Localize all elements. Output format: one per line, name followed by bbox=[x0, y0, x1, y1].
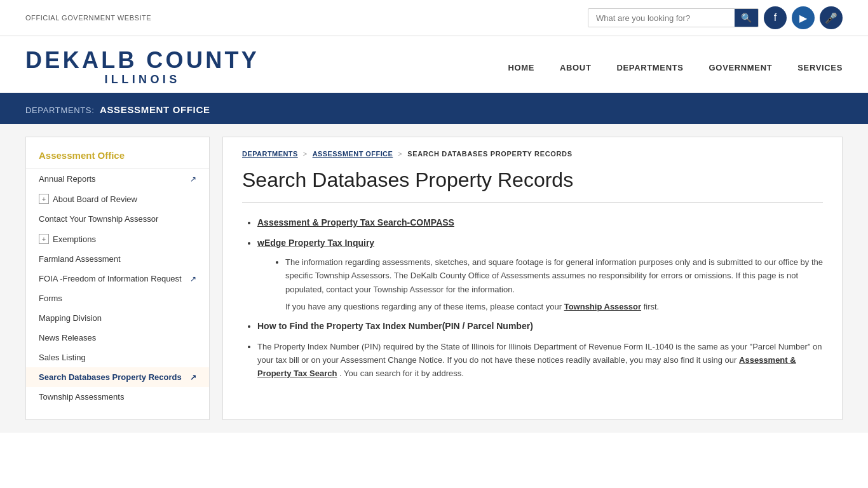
sidebar-item-forms[interactable]: Forms bbox=[26, 288, 209, 308]
nav-home[interactable]: HOME bbox=[508, 63, 534, 72]
nav-departments[interactable]: DEPARTMENTS bbox=[616, 63, 683, 72]
sidebar-item-label: FOIA -Freedom of Information Request bbox=[39, 274, 182, 283]
wedge-link-text: wEdge Property Tax Inquiry bbox=[257, 238, 374, 248]
sidebar-item-exemptions[interactable]: + Exemptions bbox=[26, 229, 209, 249]
sidebar-item-label: About Board of Review bbox=[53, 194, 137, 204]
breadcrumb-departments[interactable]: DEPARTMENTS bbox=[242, 150, 298, 158]
sidebar-item-township-assessments[interactable]: Township Assessments bbox=[26, 387, 209, 407]
top-bar: OFFICIAL GOVERNMENT WEBSITE 🔍 f ▶ 🎤 bbox=[0, 0, 868, 36]
external-link-icon: ↗ bbox=[190, 373, 196, 382]
dept-name: ASSESSMENT OFFICE bbox=[97, 104, 210, 115]
main-content: DEPARTMENTS > ASSESSMENT OFFICE > SEARCH… bbox=[222, 137, 843, 420]
breadcrumb: DEPARTMENTS > ASSESSMENT OFFICE > SEARCH… bbox=[242, 150, 823, 158]
breadcrumb-sep2: > bbox=[398, 150, 402, 158]
sidebar-item-label: Sales Listing bbox=[39, 353, 86, 362]
sidebar-item-label: Contact Your Township Assessor bbox=[39, 214, 158, 224]
compass-link[interactable]: Assessment & Property Tax Search-COMPASS bbox=[257, 217, 454, 227]
sidebar-item-label: Exemptions bbox=[53, 234, 96, 244]
pin-para: The Property Index Number (PIN) required… bbox=[257, 340, 823, 381]
sidebar-item-label: Annual Reports bbox=[39, 174, 96, 184]
sidebar-item-contact-assessor[interactable]: Contact Your Township Assessor bbox=[26, 209, 209, 229]
nav-services[interactable]: SERVICES bbox=[797, 63, 843, 72]
sidebar-item-label: News Releases bbox=[39, 333, 96, 342]
sidebar-title: Assessment Office bbox=[26, 150, 209, 169]
sidebar-item-mapping[interactable]: Mapping Division bbox=[26, 308, 209, 328]
sidebar: Assessment Office Annual Reports ↗ + Abo… bbox=[25, 137, 210, 420]
external-link-icon: ↗ bbox=[190, 274, 196, 283]
expand-icon: + bbox=[39, 234, 49, 244]
logo-dekalb: DEKALB COUNTY bbox=[25, 49, 259, 72]
search-button[interactable]: 🔍 bbox=[735, 9, 758, 27]
sidebar-item-board-of-review[interactable]: + About Board of Review bbox=[26, 189, 209, 209]
page-title: Search Databases Property Records bbox=[242, 168, 823, 203]
youtube-icon[interactable]: ▶ bbox=[792, 6, 815, 29]
sidebar-item-farmland[interactable]: Farmland Assessment bbox=[26, 249, 209, 269]
sidebar-item-label: Search Databases Property Records bbox=[39, 372, 182, 382]
logo-illinois: ILLINOIS bbox=[25, 73, 259, 86]
content-area: Assessment Office Annual Reports ↗ + Abo… bbox=[0, 124, 868, 433]
breadcrumb-sep1: > bbox=[303, 150, 308, 158]
logo[interactable]: DEKALB COUNTY ILLINOIS bbox=[25, 49, 259, 86]
sidebar-item-foia[interactable]: FOIA -Freedom of Information Request ↗ bbox=[26, 269, 209, 288]
wedge-link[interactable]: wEdge Property Tax Inquiry bbox=[257, 238, 374, 248]
township-assessor-link[interactable]: Township Assessor bbox=[564, 302, 641, 311]
sidebar-item-label: Farmland Assessment bbox=[39, 254, 121, 264]
facebook-icon[interactable]: f bbox=[764, 6, 787, 29]
nav-about[interactable]: ABOUT bbox=[560, 63, 591, 72]
external-link-icon: ↗ bbox=[190, 175, 196, 184]
sidebar-item-search-databases[interactable]: Search Databases Property Records ↗ bbox=[26, 367, 209, 387]
official-text: OFFICIAL GOVERNMENT WEBSITE bbox=[25, 14, 151, 22]
main-nav: HOME ABOUT DEPARTMENTS GOVERNMENT SERVIC… bbox=[508, 63, 843, 72]
search-input[interactable] bbox=[588, 10, 735, 27]
info-para2: If you have any questions regarding any … bbox=[285, 300, 823, 313]
breadcrumb-current: SEARCH DATABASES PROPERTY RECORDS bbox=[407, 150, 573, 158]
sidebar-item-label: Forms bbox=[39, 294, 62, 303]
info-para1: The information regarding assessments, s… bbox=[285, 255, 823, 296]
header: DEKALB COUNTY ILLINOIS HOME ABOUT DEPART… bbox=[0, 36, 868, 95]
microphone-icon[interactable]: 🎤 bbox=[820, 6, 843, 29]
sidebar-item-annual-reports[interactable]: Annual Reports ↗ bbox=[26, 169, 209, 189]
dept-banner: DEPARTMENTS: ASSESSMENT OFFICE bbox=[0, 95, 868, 124]
sidebar-item-news[interactable]: News Releases bbox=[26, 328, 209, 348]
dept-label: DEPARTMENTS: bbox=[25, 105, 94, 115]
search-bar[interactable]: 🔍 bbox=[588, 8, 759, 27]
sidebar-item-label: Township Assessments bbox=[39, 392, 124, 402]
sidebar-item-sales[interactable]: Sales Listing bbox=[26, 348, 209, 367]
top-right: 🔍 f ▶ 🎤 bbox=[588, 6, 843, 29]
breadcrumb-assessment-office[interactable]: ASSESSMENT OFFICE bbox=[313, 150, 393, 158]
compass-link-text: Assessment & Property Tax Search-COMPASS bbox=[257, 217, 454, 227]
content-body: Assessment & Property Tax Search-COMPASS… bbox=[242, 215, 823, 380]
nav-government[interactable]: GOVERNMENT bbox=[709, 63, 773, 72]
pin-heading: How to Find the Property Tax Index Numbe… bbox=[257, 321, 533, 331]
expand-icon: + bbox=[39, 194, 49, 204]
sidebar-item-label: Mapping Division bbox=[39, 313, 102, 323]
